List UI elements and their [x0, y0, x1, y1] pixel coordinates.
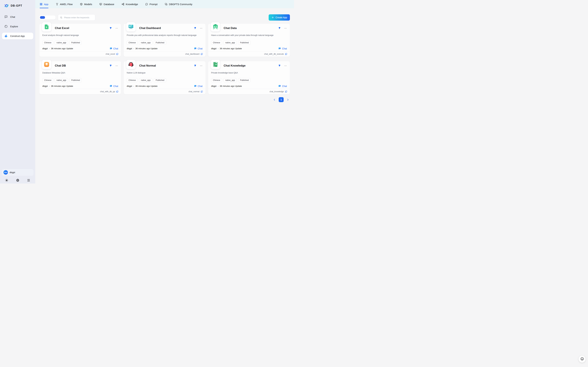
card-footer: chat_excel: [39, 51, 121, 57]
card-meta: dbgpt • 36 minutes ago Update Chat: [42, 47, 118, 50]
chat-button[interactable]: Chat: [278, 85, 287, 87]
card-actions: [109, 27, 118, 30]
dingtalk-share-icon[interactable]: [193, 64, 196, 67]
copy-icon[interactable]: [285, 91, 287, 93]
chat-button[interactable]: Chat: [109, 85, 118, 87]
copy-icon[interactable]: [116, 53, 118, 55]
ellipsis-icon[interactable]: [200, 64, 203, 67]
app-author: dbgpt: [42, 85, 48, 87]
nav-tab-label: Prompt: [149, 3, 157, 6]
language-toggle-button[interactable]: [16, 179, 19, 182]
dingtalk-share-icon[interactable]: [278, 27, 281, 30]
tag-list: Chinesenative_appPublished: [211, 41, 287, 45]
create-app-button[interactable]: Create App: [269, 14, 290, 21]
app-updated: 36 minutes ago Update: [135, 47, 157, 50]
chevron-left-icon: [273, 99, 276, 102]
top-navigation: App AWEL Flow Models Database Knowledge …: [35, 0, 294, 8]
theme-toggle-button[interactable]: [5, 179, 8, 182]
previous-page-button[interactable]: [273, 98, 276, 101]
user-profile[interactable]: dbgpt dbgpt: [2, 169, 33, 176]
app-icon-tile: [126, 60, 136, 69]
nav-tab-label: DBGPTS Community: [169, 3, 192, 6]
app-card-chat-excel[interactable]: X Chat Excel Excel analysis through natu…: [39, 24, 121, 57]
dingtalk-share-icon[interactable]: [109, 64, 112, 67]
tab-prompt[interactable]: Prompt: [145, 0, 157, 8]
toolbar: Create App: [39, 14, 290, 21]
card-footer: chat_with_db_execute: [208, 51, 290, 57]
chat-button[interactable]: Chat: [278, 47, 287, 50]
globe-icon: [16, 180, 19, 183]
filter-unpublished[interactable]: [50, 16, 55, 19]
meta-separator: •: [49, 48, 50, 50]
dingtalk-share-icon[interactable]: [109, 27, 112, 30]
ellipsis-icon[interactable]: [284, 27, 287, 30]
app-tag: Chinese: [127, 78, 138, 82]
sun-icon: [5, 180, 8, 183]
app-tag: Published: [69, 78, 82, 82]
create-app-label: Create App: [275, 16, 287, 19]
tab-knowledge[interactable]: Knowledge: [122, 0, 138, 8]
filter-published[interactable]: [45, 16, 50, 19]
next-page-button[interactable]: [286, 98, 289, 101]
meta-separator: •: [218, 85, 218, 87]
chat-button-label: Chat: [113, 47, 118, 50]
search-box[interactable]: [58, 14, 95, 21]
robot-icon: [4, 34, 8, 38]
meta-separator: •: [218, 48, 218, 50]
chat-button-label: Chat: [282, 47, 287, 50]
card-header: Chat Data: [211, 24, 287, 30]
tab-models[interactable]: Models: [80, 0, 92, 8]
page-number-button[interactable]: 1: [279, 97, 284, 102]
dingtalk-share-icon[interactable]: [278, 64, 281, 67]
app-logo[interactable]: DB-GPT: [0, 0, 35, 8]
tab-app[interactable]: App: [40, 0, 49, 8]
tab-database[interactable]: Database: [99, 0, 114, 8]
chat-button[interactable]: Chat: [109, 47, 118, 50]
card-footer: chat_with_db_qa: [39, 89, 121, 94]
sidebar-item-explore[interactable]: Explore: [2, 23, 33, 30]
app-updated: 36 minutes ago Update: [51, 47, 73, 50]
app-title: Chat Normal: [139, 64, 156, 67]
sidebar-item-chat[interactable]: Chat: [2, 14, 33, 20]
ellipsis-icon[interactable]: [284, 64, 287, 67]
app-card-chat-db[interactable]: Chat DB Database Metadata Q&A Chinesenat…: [39, 61, 121, 94]
sidebar-item-label: Explore: [10, 25, 18, 28]
user-name: dbgpt: [9, 171, 15, 174]
filter-all-apps[interactable]: [40, 16, 45, 19]
card-actions: [109, 64, 118, 67]
app-slug: chat_excel: [106, 53, 115, 55]
app-card-chat-data[interactable]: Chat Data Have a conversation with your …: [208, 24, 290, 57]
card-footer: chat_dashboard: [124, 51, 205, 57]
copy-icon[interactable]: [201, 91, 203, 93]
chat-button[interactable]: Chat: [194, 85, 203, 87]
app-author: dbgpt: [127, 47, 132, 50]
community-icon: [165, 3, 167, 6]
app-icon-tile: [42, 60, 51, 69]
card-meta: dbgpt • 36 minutes ago Update Chat: [127, 47, 202, 50]
search-input[interactable]: [64, 16, 93, 19]
copy-icon[interactable]: [116, 91, 118, 93]
dingtalk-share-icon[interactable]: [193, 27, 196, 30]
app-card-chat-normal[interactable]: Chat Normal Native LLM dialogue Chinesen…: [124, 61, 205, 94]
copy-icon[interactable]: [201, 53, 203, 55]
ellipsis-icon[interactable]: [200, 27, 203, 30]
card-meta: dbgpt • 36 minutes ago Update Chat: [211, 85, 287, 87]
app-title: Chat Dashboard: [139, 26, 161, 30]
meta-separator: •: [133, 48, 134, 50]
ellipsis-icon[interactable]: [115, 64, 118, 67]
sidebar-item-label: Construct App: [10, 35, 25, 37]
sidebar: DB-GPT Chat Explore Construct App dbgpt …: [0, 0, 35, 184]
app-card-chat-dashboard[interactable]: Chat Dashboard Provide you with professi…: [124, 24, 205, 57]
tab-dbgpts-community[interactable]: DBGPTS Community: [165, 0, 192, 8]
ellipsis-icon[interactable]: [115, 27, 118, 30]
collapse-sidebar-button[interactable]: [27, 179, 30, 182]
tab-awel-flow[interactable]: AWEL Flow: [56, 0, 73, 8]
app-card-chat-knowledge[interactable]: Chat Knowledge Private knowledge base Q&…: [208, 61, 290, 94]
app-tag: Published: [238, 78, 250, 82]
copy-icon[interactable]: [285, 53, 287, 55]
nav-tab-label: Models: [84, 3, 92, 6]
app-description: Database Metadata Q&A: [42, 72, 118, 74]
app-tag: Chinese: [127, 41, 138, 45]
sidebar-item-construct-app[interactable]: Construct App: [2, 33, 33, 39]
chat-button[interactable]: Chat: [194, 47, 203, 50]
